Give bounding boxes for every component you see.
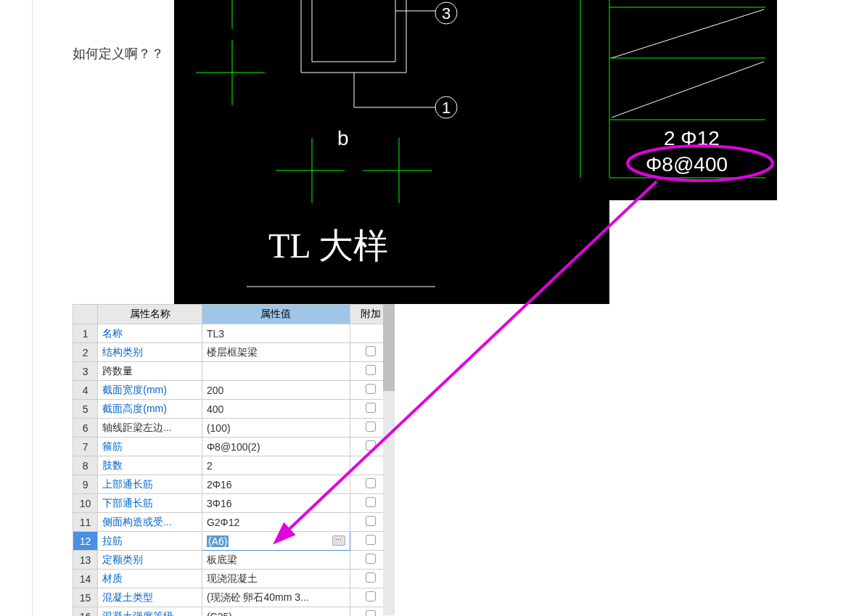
row-value[interactable]: 2 (202, 456, 350, 475)
checkbox-icon[interactable] (366, 422, 376, 432)
row-number: 12 (73, 532, 98, 551)
checkbox-icon[interactable] (366, 346, 376, 356)
table-scrollbar[interactable] (383, 304, 395, 615)
row-value[interactable]: 200 (202, 381, 350, 400)
cad-rebar-highlight: Φ8@400 (646, 153, 728, 176)
table-header-row: 属性名称 属性值 附加 (73, 305, 392, 324)
table-row[interactable]: 4截面宽度(mm)200 (73, 381, 392, 400)
row-name: 截面高度(mm) (98, 400, 202, 419)
property-table[interactable]: 属性名称 属性值 附加 1名称TL32结构类别楼层框架梁3跨数量4截面宽度(mm… (73, 304, 392, 616)
cad-b-label: b (337, 127, 349, 149)
row-name: 材质 (98, 570, 202, 588)
header-blank (73, 305, 98, 324)
cad-marker-3: 3 (442, 4, 451, 22)
table-row[interactable]: 13定额类别板底梁 (73, 551, 392, 570)
table-row[interactable]: 3跨数量 (73, 362, 392, 381)
checkbox-icon[interactable] (366, 478, 376, 488)
row-name: 定额类别 (98, 551, 202, 570)
svg-line-19 (612, 9, 764, 58)
checkbox-icon[interactable] (366, 365, 376, 375)
row-value[interactable]: (A6)⋯ (202, 532, 350, 551)
row-value[interactable]: TL3 (202, 324, 350, 343)
header-value: 属性值 (202, 305, 350, 324)
table-row[interactable]: 6轴线距梁左边...(100) (73, 419, 392, 438)
checkbox-icon[interactable] (366, 516, 376, 526)
checkbox-icon[interactable] (366, 384, 376, 394)
row-value[interactable]: (100) (202, 419, 350, 438)
row-name: 混凝土类型 (98, 588, 202, 607)
row-number: 3 (73, 362, 98, 381)
row-name: 结构类别 (98, 343, 202, 362)
row-value[interactable]: Φ8@100(2) (202, 438, 350, 456)
row-number: 10 (73, 494, 98, 513)
row-name: 上部通长筋 (98, 475, 202, 494)
header-name: 属性名称 (98, 305, 202, 324)
row-number: 13 (73, 551, 98, 570)
scrollbar-thumb[interactable] (383, 304, 395, 391)
question-text: 如何定义啊？？ (73, 45, 164, 62)
row-number: 4 (73, 381, 98, 400)
row-name: 截面宽度(mm) (98, 381, 202, 400)
ellipsis-button[interactable]: ⋯ (332, 535, 345, 546)
table-row[interactable]: 8肢数2 (73, 456, 392, 475)
row-number: 14 (73, 570, 98, 588)
row-number: 9 (73, 475, 98, 494)
checkbox-icon[interactable] (366, 591, 376, 601)
checkbox-icon[interactable] (366, 497, 376, 507)
row-number: 16 (73, 607, 98, 617)
row-number: 2 (73, 343, 98, 362)
row-name: 箍筋 (98, 438, 202, 456)
table-row[interactable]: 15混凝土类型(现浇砼 卵石40mm 3... (73, 588, 392, 607)
table-row[interactable]: 16混凝土强度等级(C25) (73, 607, 392, 617)
table-row[interactable]: 2结构类别楼层框架梁 (73, 343, 392, 362)
checkbox-icon[interactable] (366, 610, 376, 616)
table-row[interactable]: 12拉筋(A6)⋯ (73, 532, 392, 551)
cad-marker-1: 1 (442, 99, 451, 117)
cad-svg-right: 2 Φ12 Φ8@400 (577, 0, 777, 200)
cad-title: TL 大样 (268, 226, 388, 265)
row-value[interactable]: G2Φ12 (202, 513, 350, 532)
row-name: 拉筋 (98, 532, 202, 551)
row-value[interactable]: 现浇混凝土 (202, 570, 350, 588)
row-value[interactable]: 2Φ16 (202, 475, 350, 494)
row-value[interactable]: 板底梁 (202, 551, 350, 570)
table-row[interactable]: 10下部通长筋3Φ16 (73, 494, 392, 513)
row-number: 7 (73, 438, 98, 456)
table-row[interactable]: 11侧面构造或受...G2Φ12 (73, 513, 392, 532)
row-name: 跨数量 (98, 362, 202, 381)
row-value[interactable]: 400 (202, 400, 350, 419)
table-row[interactable]: 9上部通长筋2Φ16 (73, 475, 392, 494)
row-number: 11 (73, 513, 98, 532)
checkbox-icon[interactable] (366, 554, 376, 564)
row-value[interactable] (202, 362, 350, 381)
row-name: 侧面构造或受... (98, 513, 202, 532)
checkbox-icon[interactable] (366, 403, 376, 413)
row-name: 下部通长筋 (98, 494, 202, 513)
row-value[interactable]: (C25) (202, 607, 350, 617)
checkbox-icon[interactable] (366, 572, 376, 583)
checkbox-icon[interactable] (366, 440, 376, 451)
cad-svg-main: 3 1 b TL 大样 (174, 0, 609, 304)
table-row[interactable]: 14材质现浇混凝土 (73, 570, 392, 588)
row-number: 8 (73, 456, 98, 475)
svg-line-20 (612, 62, 764, 118)
row-value[interactable]: 楼层框架梁 (202, 343, 350, 362)
cad-drawing-right: 2 Φ12 Φ8@400 (577, 0, 777, 200)
row-number: 6 (73, 419, 98, 438)
checkbox-icon[interactable] (366, 535, 376, 545)
row-name: 轴线距梁左边... (98, 419, 202, 438)
table-row[interactable]: 1名称TL3 (73, 324, 392, 343)
row-number: 1 (73, 324, 98, 343)
table-row[interactable]: 7箍筋Φ8@100(2) (73, 438, 392, 456)
cad-drawing-main: 3 1 b TL 大样 (174, 0, 609, 304)
row-value[interactable]: 3Φ16 (202, 494, 350, 513)
row-name: 混凝土强度等级 (98, 607, 202, 617)
row-name: 肢数 (98, 456, 202, 475)
row-value[interactable]: (现浇砼 卵石40mm 3... (202, 588, 350, 607)
table-row[interactable]: 5截面高度(mm)400 (73, 400, 392, 419)
row-number: 5 (73, 400, 98, 419)
row-name: 名称 (98, 324, 202, 343)
row-number: 15 (73, 588, 98, 607)
